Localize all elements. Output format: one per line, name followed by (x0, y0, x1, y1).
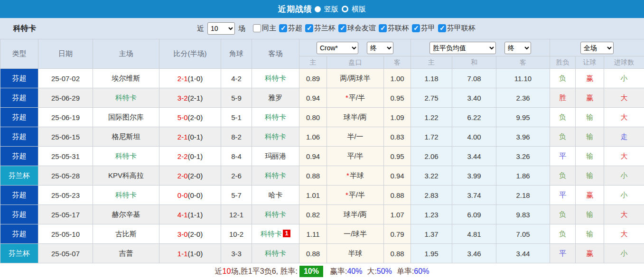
result-goals-cell: 大 (604, 88, 644, 108)
sub-header-ah-away: 客 (384, 56, 411, 69)
radio-vertical-label[interactable]: 竖版 (324, 5, 338, 14)
date-cell: 25-06-15 (38, 127, 93, 147)
date-cell: 25-06-29 (38, 88, 93, 108)
checkbox-label: 芬超 (288, 24, 302, 33)
ah-away-odds-cell: 0.95 (384, 147, 411, 166)
result-wdl-cell: 平 (550, 186, 576, 205)
result-goals-cell: 小 (604, 244, 644, 263)
company-select[interactable]: Crow* (317, 42, 358, 54)
checkbox-finland-premier[interactable] (279, 24, 287, 32)
ah-line-cell: 一/球半 (327, 224, 384, 244)
company-state-select[interactable]: 终 (367, 42, 393, 54)
page-title: 近期战绩 (278, 4, 312, 15)
filter-finland-cup[interactable]: 芬兰杯 (305, 24, 336, 33)
eu-draw-odds-cell: 3.44 (452, 147, 496, 166)
eu-draw-odds-cell: 4.00 (452, 127, 496, 147)
filter-club-friendly[interactable]: 球会友谊 (338, 24, 376, 33)
score-cell: 0-0(0-0) (159, 186, 221, 205)
checkbox-finland-league-cup[interactable] (379, 24, 387, 32)
league-type-cell: 芬超 (0, 147, 38, 166)
eu-home-odds-cell: 2.75 (411, 88, 452, 108)
result-wdl-cell: 平 (550, 147, 576, 166)
score-cell: 2-2(0-1) (159, 147, 221, 166)
ah-away-odds-cell: 1.07 (384, 205, 411, 224)
ah-away-odds-cell: 0.88 (384, 186, 411, 205)
radio-horizontal-icon[interactable] (342, 6, 348, 12)
average-state-select[interactable]: 终 (504, 42, 531, 54)
eu-draw-odds-cell: 7.08 (452, 69, 496, 88)
match-row: 芬超25-06-15格尼斯坦2-1(0-1)8-2科特卡1.06半/一0.831… (0, 127, 644, 147)
away-team-cell: 科特卡 (252, 108, 299, 127)
recent-count-select[interactable]: 10 (207, 22, 235, 35)
sub-header-result-ah: 让球 (576, 56, 604, 69)
result-handicap-cell: 输 (576, 205, 604, 224)
filter-finland-div1-cup[interactable]: 芬甲联杯 (438, 24, 476, 33)
match-row: 芬超25-05-10古比斯3-0(2-0)10-2科特卡11.11一/球半0.7… (0, 224, 644, 244)
games-label: 场 (238, 24, 245, 33)
score-cell: 3-2(2-1) (159, 88, 221, 108)
summary-games-count: 10 (223, 267, 231, 276)
checkbox-finland-div1-cup[interactable] (438, 24, 446, 32)
date-cell: 25-05-10 (38, 224, 93, 244)
checkbox-finland-cup[interactable] (305, 24, 313, 32)
scope-select[interactable]: 全场 (580, 42, 614, 54)
eu-home-odds-cell: 1.37 (411, 224, 452, 244)
summary-footer: 近 10 场,胜1平3负6, 胜率: 10% 赢率:40% 大:50% 单率:6… (0, 263, 644, 279)
ah-home-odds-cell: 0.80 (299, 108, 327, 127)
result-goals-cell: 大 (604, 108, 644, 127)
league-checkbox-group: 同主芬超芬兰杯球会友谊芬联杯芬甲芬甲联杯 (247, 24, 476, 34)
away-team-cell: 科特卡 (252, 205, 299, 224)
eu-away-odds-cell: 3.44 (496, 244, 550, 263)
away-team-cell: 科特卡 (252, 69, 299, 88)
handicap-rate-value: 40% (347, 267, 362, 275)
eu-draw-odds-cell: 6.22 (452, 108, 496, 127)
team-name: 科特卡 (13, 24, 36, 34)
eu-home-odds-cell: 2.83 (411, 186, 452, 205)
ah-away-odds-cell: 1.09 (384, 108, 411, 127)
league-type-cell: 芬超 (0, 108, 38, 127)
result-wdl-cell: 胜 (550, 88, 576, 108)
match-row: 芬超25-05-17赫尔辛基4-1(1-1)12-1科特卡0.82球半/两1.0… (0, 205, 644, 224)
sub-header-eu-away: 客 (496, 56, 550, 69)
match-row: 芬超25-07-02埃尔维斯2-1(1-0)4-2科特卡0.89两/两球半1.0… (0, 69, 644, 88)
score-cell: 1-1(1-0) (159, 244, 221, 263)
away-team-cell: 科特卡 (252, 166, 299, 186)
big-rate-label: 大: (367, 267, 376, 275)
checkbox-same-home-away[interactable] (253, 24, 261, 32)
ah-home-odds-cell: 0.94 (299, 147, 327, 166)
matches-body: 芬超25-07-02埃尔维斯2-1(1-0)4-2科特卡0.89两/两球半1.0… (0, 69, 644, 263)
checkbox-finland-div1[interactable] (412, 24, 420, 32)
result-goals-cell: 大 (604, 224, 644, 244)
handicap-company-header: Crow* 终 (299, 39, 411, 56)
radio-vertical-selected-icon[interactable] (315, 6, 321, 12)
ah-line-cell: 两/两球半 (327, 69, 384, 88)
radio-horizontal-label[interactable]: 横版 (352, 5, 366, 14)
ah-away-odds-cell: 0.95 (384, 88, 411, 108)
eu-away-odds-cell: 9.95 (496, 108, 550, 127)
eu-away-odds-cell: 1.86 (496, 166, 550, 186)
checkbox-club-friendly[interactable] (338, 24, 346, 32)
corner-cell: 8-2 (221, 127, 252, 147)
result-wdl-cell: 负 (550, 166, 576, 186)
result-handicap-cell: 输 (576, 147, 604, 166)
ah-home-odds-cell: 1.11 (299, 224, 327, 244)
single-rate: 单率:60% (397, 267, 429, 277)
result-wdl-cell: 负 (550, 69, 576, 88)
home-team-cell: 科特卡 (93, 186, 159, 205)
home-team-cell: 国际图尔库 (93, 108, 159, 127)
summary-record: 场,胜1平3负6, 胜率: (231, 267, 297, 277)
league-type-cell: 芬超 (0, 205, 38, 224)
match-row: 芬兰杯25-05-07吉普1-1(1-0)3-3科特卡0.88半球0.881.9… (0, 244, 644, 263)
corner-cell: 12-1 (221, 205, 252, 224)
ah-home-odds-cell: 0.94 (299, 88, 327, 108)
ah-away-odds-cell: 0.88 (384, 244, 411, 263)
filter-finland-league-cup[interactable]: 芬联杯 (379, 24, 409, 33)
average-odds-select[interactable]: 胜平负均值 (429, 42, 496, 54)
score-cell: 3-0(2-0) (159, 224, 221, 244)
eu-home-odds-cell: 1.18 (411, 69, 452, 88)
ah-line-cell: 半球 (327, 244, 384, 263)
filter-same-home-away[interactable]: 同主 (253, 24, 276, 33)
eu-away-odds-cell: 7.05 (496, 224, 550, 244)
filter-finland-div1[interactable]: 芬甲 (412, 24, 435, 33)
filter-finland-premier[interactable]: 芬超 (279, 24, 302, 33)
